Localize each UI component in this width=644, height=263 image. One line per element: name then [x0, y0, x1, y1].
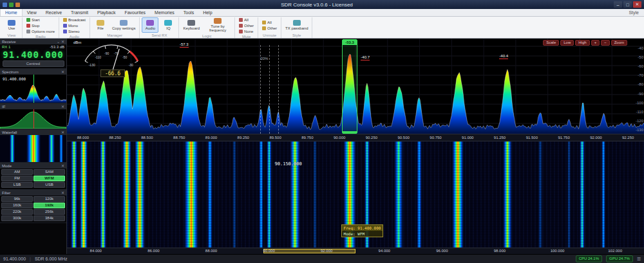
filter-button-120k[interactable]: 120k — [33, 196, 65, 202]
minimize-button[interactable]: – — [614, 1, 622, 8]
filter-button-300k[interactable]: 300k — [1, 215, 33, 221]
marker-line — [269, 45, 270, 134]
keyboard-button[interactable]: Keyboard — [181, 17, 202, 33]
filter-button-160k[interactable]: 160k — [1, 203, 33, 208]
x-axis-label: 89.750 — [291, 134, 323, 141]
save-icon[interactable] — [9, 3, 14, 7]
audio-button[interactable]: Audio — [142, 17, 158, 33]
spectrum-button--[interactable]: − — [601, 40, 610, 46]
filter-button-96k[interactable]: 96k — [1, 196, 33, 202]
maximize-button[interactable]: □ — [623, 1, 632, 8]
filter-button-384k[interactable]: 384k — [33, 215, 65, 221]
tab-transmit[interactable]: Transmit — [66, 9, 93, 16]
spectrum-button-high[interactable]: High — [575, 40, 589, 46]
x-axis-label: 90.250 — [355, 134, 388, 141]
tune-by-frequency-button[interactable]: Tune by frequency — [203, 17, 232, 33]
tab-home[interactable]: Home — [0, 9, 23, 16]
app-icon — [3, 3, 7, 7]
iq-button[interactable]: IQ — [160, 17, 176, 33]
spectrum-display[interactable]: ScaleLowHigh+−Zoom -40-50-60-70-80-90-10… — [67, 39, 644, 134]
selection-box[interactable]: -53.3 — [342, 39, 357, 134]
window-controls: – □ ✕ — [614, 1, 641, 8]
meter-readout: -66.6 — [100, 69, 125, 77]
tab-help[interactable]: Help — [198, 9, 216, 16]
navigator-label: 88.000 — [182, 248, 240, 254]
waterfall-signal — [503, 141, 512, 248]
start-button[interactable]: Start — [24, 17, 57, 23]
spectrum-button-low[interactable]: Low — [560, 40, 574, 46]
mode-button-usb[interactable]: USB — [33, 182, 65, 188]
mono-button[interactable]: Mono — [61, 23, 88, 28]
waterfall-signal — [100, 141, 106, 248]
hamburger-icon[interactable]: ☰ — [637, 257, 641, 262]
stop-button[interactable]: Stop — [24, 23, 57, 28]
band-navigator[interactable]: 84.00086.00088.00090.00092.00094.00096.0… — [67, 248, 644, 254]
frequency-scale[interactable]: 88.00088.25088.50088.75089.00089.25089.5… — [67, 134, 644, 141]
mode-button-fm[interactable]: FM — [1, 176, 33, 181]
style-menu[interactable]: Style — [623, 10, 644, 15]
undo-icon[interactable] — [15, 3, 20, 7]
waterfall-signal — [48, 135, 55, 162]
keyboard-icon — [187, 20, 195, 26]
tx-passband-button[interactable]: TX passband — [283, 17, 310, 33]
quick-access-toolbar — [3, 3, 20, 7]
filter-button-220k[interactable]: 220k — [1, 209, 33, 215]
stereo-button[interactable]: Stereo — [61, 29, 88, 34]
ribbon-group-mute: AllOtherNoneMute — [235, 17, 258, 38]
cursor-tooltip: Freq: 91.400.000 Mode: WFM — [341, 224, 384, 237]
waterfall-signal — [80, 141, 88, 248]
tune-marker — [33, 75, 34, 103]
spectrum-button-scale[interactable]: Scale — [543, 40, 559, 46]
copy-settings-button[interactable]: Copy settings — [110, 17, 137, 33]
chevron-down-icon[interactable]: ⌄ — [57, 39, 60, 44]
if-passband-display[interactable] — [0, 109, 66, 129]
other-button[interactable]: Other — [260, 26, 279, 31]
centred-button[interactable]: Centred — [3, 60, 64, 67]
waterfall-display[interactable]: 90.150.000 Freq: 91.400.000 Mode: WFM — [67, 141, 644, 248]
tab-playback[interactable]: Playback — [93, 9, 120, 16]
spectrum-button-zoom[interactable]: Zoom — [611, 40, 627, 46]
tooltip-mode: Mode: WFM — [342, 231, 383, 237]
tab-view[interactable]: View — [23, 9, 41, 16]
tab-receive[interactable]: Receive — [41, 9, 66, 16]
other-button[interactable]: Other — [237, 23, 256, 28]
close-icon[interactable]: ✕ — [61, 163, 64, 168]
speaker-icon — [262, 21, 266, 24]
all-button[interactable]: All — [260, 20, 279, 25]
close-icon[interactable]: ✕ — [61, 39, 64, 44]
filter-button-256k[interactable]: 256k — [33, 209, 65, 215]
rf-mini-spectrum[interactable]: 91.400.000 — [0, 75, 66, 103]
frequency-display[interactable]: 91.400.000 — [0, 50, 66, 60]
svg-text:-90: -90 — [104, 51, 109, 55]
tab-favourites[interactable]: Favourites — [120, 9, 150, 16]
all-button[interactable]: All — [237, 17, 256, 23]
mode-button-lsb[interactable]: LSB — [1, 182, 33, 188]
filter-button-192k[interactable]: 192k — [33, 203, 65, 208]
meter-unit-label: dBm — [73, 41, 81, 44]
close-icon[interactable]: ✕ — [61, 190, 64, 195]
close-button[interactable]: ✕ — [633, 1, 641, 8]
file-button[interactable]: File — [92, 17, 109, 33]
y-axis-label: -120 — [636, 119, 643, 123]
waterfall-signal — [26, 135, 41, 162]
mode-panel: Mode ✕ AMSAMFMWFMLSBUSB — [0, 163, 66, 190]
close-icon[interactable]: ✕ — [61, 130, 64, 134]
tab-memories[interactable]: Memories — [150, 9, 179, 16]
content: Receive ⌄ ✕ RX 1 -53.3 dB 91.400.000 Cen… — [0, 39, 644, 254]
mode-button-am[interactable]: AM — [1, 169, 33, 175]
broadcast-button[interactable]: Broadcast — [61, 17, 88, 23]
close-icon[interactable]: ✕ — [61, 69, 64, 74]
options-more-button[interactable]: Options more — [24, 29, 57, 34]
y-axis-label: -100 — [636, 101, 643, 105]
use-button[interactable]: Use — [3, 17, 20, 33]
spectrum-button--[interactable]: + — [591, 40, 600, 46]
mode-button-wfm[interactable]: WFM — [33, 176, 65, 181]
rf-panel-title: Spectrum — [2, 70, 60, 74]
selection-passband — [343, 131, 356, 133]
x-axis-label: 92.250 — [612, 134, 644, 141]
close-icon[interactable]: ✕ — [61, 104, 64, 109]
none-button[interactable]: None — [237, 29, 256, 34]
tab-tools[interactable]: Tools — [179, 9, 198, 16]
mode-button-sam[interactable]: SAM — [33, 169, 65, 175]
waterfall-mini[interactable] — [0, 135, 66, 162]
